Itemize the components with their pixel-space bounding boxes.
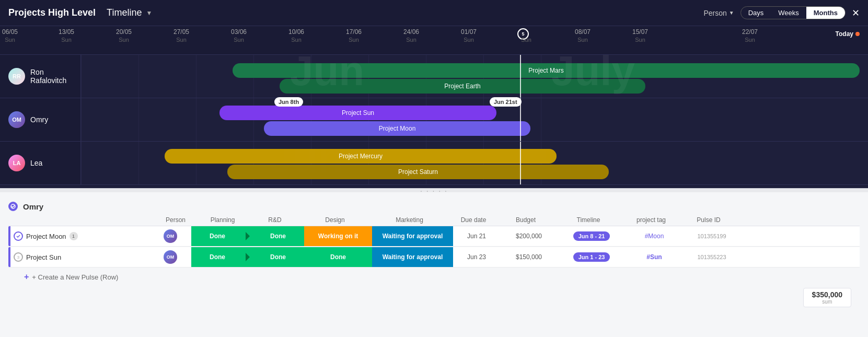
person-bars-ron: Jun July Project Mars Project Earth	[81, 55, 868, 98]
person-label-omry: OM Omry	[0, 98, 81, 141]
date-header: 06/05 Sun 13/05 Sun 20/05 Sun 27/05 Sun …	[0, 26, 868, 55]
table-section: Omry Person Planning R&D Design Marketin…	[0, 192, 868, 337]
cell-timeline-sun: Jun 1 - 23	[558, 252, 626, 262]
row-name-text-sun: Project Sun	[26, 253, 61, 261]
cell-tag-moon: #Moon	[626, 233, 683, 240]
person-name-omry: Omry	[30, 115, 48, 124]
bar-project-moon[interactable]: Project Moon	[264, 121, 530, 136]
col-header-tag: project tag	[622, 216, 680, 224]
person-bars-lea: Jun July Project Mercury Project Saturn	[81, 142, 868, 184]
col-header-timeline: Timeline	[554, 216, 622, 224]
sum-amount: $350,000	[812, 290, 842, 299]
header-controls: Person ▼ Days Weeks Months ✕	[703, 6, 860, 19]
view-buttons: Days Weeks Months	[740, 6, 846, 19]
today-label: Today	[836, 30, 853, 38]
row-stripe	[8, 226, 10, 246]
planning-arrow-moon	[244, 226, 252, 246]
bar-label-saturn: Project Saturn	[398, 168, 438, 176]
person-name-lea: Lea	[30, 159, 42, 167]
row-check-sun[interactable]: 3	[14, 252, 23, 262]
cell-duedate-sun: Jun 23	[453, 253, 500, 261]
header-bar: Projects High Level Timeline ▼ Person ▼ …	[0, 0, 868, 26]
col-header-marketing: Marketing	[369, 216, 450, 224]
avatar-ron: RR	[8, 68, 25, 85]
cell-marketing-moon[interactable]: Waiting for approval	[372, 226, 453, 246]
col-header-person: Person	[155, 216, 196, 224]
date-col-0306: 03/06 Sun	[231, 28, 247, 43]
person-row-lea: LA Lea Jun July Project Mercury	[0, 142, 868, 185]
mini-avatar-sun: OM	[164, 250, 177, 264]
add-icon: +	[24, 272, 29, 282]
table-row: 3 Project Sun OM Done Done Done Waiting …	[8, 247, 860, 268]
days-view-button[interactable]: Days	[741, 7, 771, 19]
col-header-budget: Budget	[497, 216, 554, 224]
close-button[interactable]: ✕	[852, 7, 860, 19]
row-check-moon[interactable]	[14, 231, 23, 241]
months-view-button[interactable]: Months	[806, 7, 845, 19]
resize-handle[interactable]: · · · · ·	[0, 188, 868, 192]
person-bars-omry: Project Sun Jun 8th Jun 21st Project Moo…	[81, 98, 868, 141]
col-header-planning: Planning	[196, 216, 249, 224]
date-col-0807: 08/07 Sun	[518, 28, 534, 43]
cell-timeline-moon: Jun 8 - 21	[558, 231, 626, 241]
column-headers: Person Planning R&D Design Marketing Due…	[8, 214, 860, 226]
bar-project-sun[interactable]: Project Sun	[219, 106, 496, 120]
svg-marker-2	[246, 253, 250, 261]
date-col-0807b: 08/07 Sun	[575, 28, 591, 43]
cell-pulseid-moon: 101355199	[683, 233, 740, 239]
bar-project-earth[interactable]: Project Earth	[280, 79, 645, 94]
avatar-omry: OM	[8, 111, 25, 128]
group-dot	[8, 202, 18, 211]
weeks-view-button[interactable]: Weeks	[771, 7, 806, 19]
cell-planning-moon[interactable]: Done	[191, 226, 244, 246]
cell-rd-sun[interactable]: Done	[252, 247, 304, 267]
date-col-0107: 01/07 Sun	[461, 28, 477, 43]
date-col-0605: 06/05 Sun	[2, 28, 18, 43]
bar-project-mercury[interactable]: Project Mercury	[165, 149, 557, 164]
date-col-1006: 10/06 Sun	[288, 28, 304, 43]
add-row-button[interactable]: + + Create a New Pulse (Row)	[8, 268, 860, 286]
mini-avatar-moon: OM	[164, 229, 177, 243]
cell-rd-moon[interactable]: Done	[252, 226, 304, 246]
today-dot	[855, 32, 860, 36]
group-name: Omry	[23, 202, 43, 211]
bar-project-saturn[interactable]: Project Saturn	[227, 165, 609, 179]
person-label-ron: RR Ron Rafalovitch	[0, 55, 81, 98]
col-header-design: Design	[301, 216, 369, 224]
date-col-1706: 17/06 Sun	[346, 28, 362, 43]
person-selector[interactable]: Person ▼	[703, 9, 734, 17]
person-row-ron: RR Ron Rafalovitch Jun July	[0, 55, 868, 98]
today-badge: Today	[836, 30, 860, 38]
bar-project-mars[interactable]: Project Mars	[233, 63, 860, 78]
cell-tag-sun: #Sun	[626, 253, 683, 261]
sum-box: $350,000 sum	[803, 288, 851, 307]
cell-duedate-moon: Jun 21	[453, 233, 500, 240]
cell-budget-sun: $150,000	[500, 253, 558, 261]
bar-label-earth: Project Earth	[444, 83, 480, 90]
person-row-omry: OM Omry Project Sun Jun 8th	[0, 98, 868, 142]
sum-row: $350,000 sum	[8, 286, 860, 307]
cell-planning-sun[interactable]: Done	[191, 247, 244, 267]
row-badge-moon: 1	[70, 232, 78, 240]
table-row: Project Moon 1 OM Done Done Working on i…	[8, 226, 860, 247]
row-name-text-moon: Project Moon	[26, 233, 66, 240]
col-header-pulseid: Pulse ID	[680, 216, 737, 224]
tooltip-jun21: Jun 21st	[490, 97, 522, 107]
cell-budget-moon: $200,000	[500, 233, 558, 240]
cell-design-sun[interactable]: Done	[304, 247, 372, 267]
svg-marker-1	[246, 232, 250, 240]
row-name-sun: 3 Project Sun	[14, 252, 149, 262]
sum-label: sum	[812, 299, 842, 305]
cell-marketing-sun[interactable]: Waiting for approval	[372, 247, 453, 267]
title-dropdown-icon[interactable]: ▼	[146, 9, 152, 17]
col-header-duedate: Due date	[450, 216, 497, 224]
cell-pulseid-sun: 101355223	[683, 254, 740, 260]
bar-label-mercury: Project Mercury	[339, 153, 383, 160]
timeline-pill-moon[interactable]: Jun 8 - 21	[573, 231, 610, 241]
row-stripe-sun	[8, 247, 10, 267]
title-bold: Projects High Level	[8, 7, 96, 18]
cell-person-moon: OM	[149, 229, 191, 243]
group-header: Omry	[8, 197, 860, 214]
cell-design-moon[interactable]: Working on it	[304, 226, 372, 246]
timeline-pill-sun[interactable]: Jun 1 - 23	[573, 252, 610, 262]
